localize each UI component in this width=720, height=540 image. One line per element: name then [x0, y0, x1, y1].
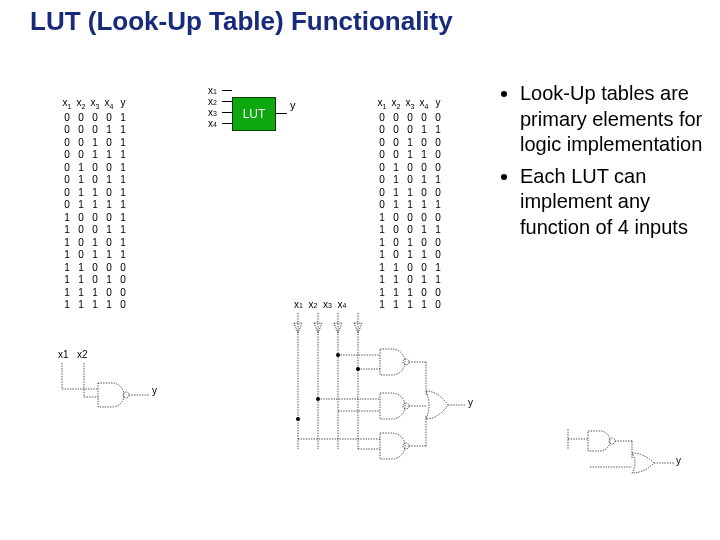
bullet-item: Look-Up tables are primary elements for …: [520, 81, 710, 158]
circuit-left-in2: x2: [77, 349, 88, 360]
lut-input-labels: x1x2x3x4: [208, 85, 217, 129]
circuit-mid-out: y: [468, 397, 473, 408]
slide-title: LUT (Look-Up Table) Functionality: [0, 0, 720, 39]
bullet-item: Each LUT can implement any function of 4…: [520, 164, 710, 241]
svg-point-20: [403, 359, 409, 365]
lut-block: LUT: [232, 97, 276, 131]
truth-table-right: x1x2x3x4y0000000011001000011001000010110…: [375, 97, 445, 312]
circuit-left-out: y: [152, 385, 157, 396]
circuit-right-out: y: [676, 455, 681, 466]
svg-point-23: [403, 403, 409, 409]
svg-point-17: [296, 417, 300, 421]
circuit-left-in1: x1: [58, 349, 69, 360]
svg-point-26: [403, 443, 409, 449]
circuit-right: y: [560, 419, 700, 499]
circuit-nand-simple: x1 x2 y: [54, 349, 214, 459]
bullet-list: Look-Up tables are primary elements for …: [500, 81, 710, 247]
slide-content: x1x2x3x4y0000100011001010011101001010110…: [0, 39, 720, 539]
circuit-complex: x1 x2 x3 x4: [286, 299, 486, 499]
truth-table-left: x1x2x3x4y0000100011001010011101001010110…: [60, 97, 130, 312]
lut-output-label: y: [290, 99, 296, 111]
